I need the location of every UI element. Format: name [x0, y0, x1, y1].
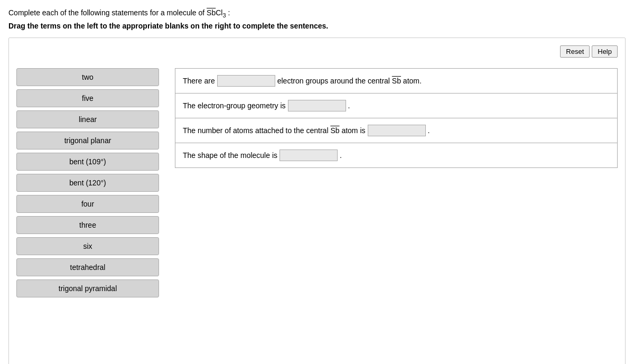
content-area: twofivelineartrigonal planarbent (109°)b…	[16, 68, 618, 297]
drag-term-linear[interactable]: linear	[16, 110, 159, 128]
drop-box-4[interactable]	[279, 150, 338, 161]
drop-box-3[interactable]	[368, 125, 426, 136]
sb-atom-1: Sb	[392, 77, 401, 85]
drag-term-tetrahedral[interactable]: tetrahedral	[16, 258, 159, 276]
sb-atom-3: Sb	[330, 126, 339, 135]
sentence-1: There are electron groups around the cen…	[175, 68, 618, 94]
toolbar: Reset Help	[16, 45, 618, 58]
drop-box-1[interactable]	[217, 75, 275, 87]
main-container: Reset Help twofivelineartrigonal planarb…	[8, 38, 626, 364]
sentence-1-part1: There are	[183, 77, 215, 85]
drag-term-six[interactable]: six	[16, 237, 159, 255]
instructions: Drag the terms on the left to the approp…	[8, 22, 626, 30]
sentence-1-part3: electron groups around the central Sb at…	[277, 77, 422, 85]
sentence-4-part1: The shape of the molecule is	[183, 151, 277, 160]
drag-term-trigonal-planar[interactable]: trigonal planar	[16, 132, 159, 150]
page-title: Complete each of the following statement…	[8, 8, 626, 18]
sentence-4-period: .	[340, 151, 342, 160]
drag-term-bent-120[interactable]: bent (120°)	[16, 174, 159, 192]
molecule-symbol: Sb	[207, 8, 216, 17]
drag-term-trigonal-pyramidal[interactable]: trigonal pyramidal	[16, 279, 159, 297]
drag-term-five[interactable]: five	[16, 89, 159, 107]
sentence-2: The electron-group geometry is .	[175, 94, 618, 118]
title-prefix: Complete each of the following statement…	[8, 8, 207, 17]
sentence-2-period: .	[348, 101, 350, 110]
sentence-3: The number of atoms attached to the cent…	[175, 118, 618, 143]
molecule-formula: SbCl3	[207, 8, 226, 17]
reset-button[interactable]: Reset	[560, 45, 590, 58]
sentence-2-part1: The electron-group geometry is	[183, 101, 286, 110]
drag-term-four[interactable]: four	[16, 195, 159, 213]
molecule-cl: Cl	[216, 8, 222, 17]
drag-term-bent-109[interactable]: bent (109°)	[16, 153, 159, 171]
sentence-3-part1: The number of atoms attached to the cent…	[183, 126, 366, 135]
drop-box-2[interactable]	[288, 100, 346, 111]
sentence-4: The shape of the molecule is .	[175, 143, 618, 168]
help-button[interactable]: Help	[592, 45, 618, 58]
title-suffix: :	[226, 8, 230, 17]
right-panel: There are electron groups around the cen…	[175, 68, 618, 297]
drag-term-two[interactable]: two	[16, 68, 159, 86]
left-panel: twofivelineartrigonal planarbent (109°)b…	[16, 68, 159, 297]
drag-term-three[interactable]: three	[16, 216, 159, 234]
sentence-3-period: .	[428, 126, 430, 135]
